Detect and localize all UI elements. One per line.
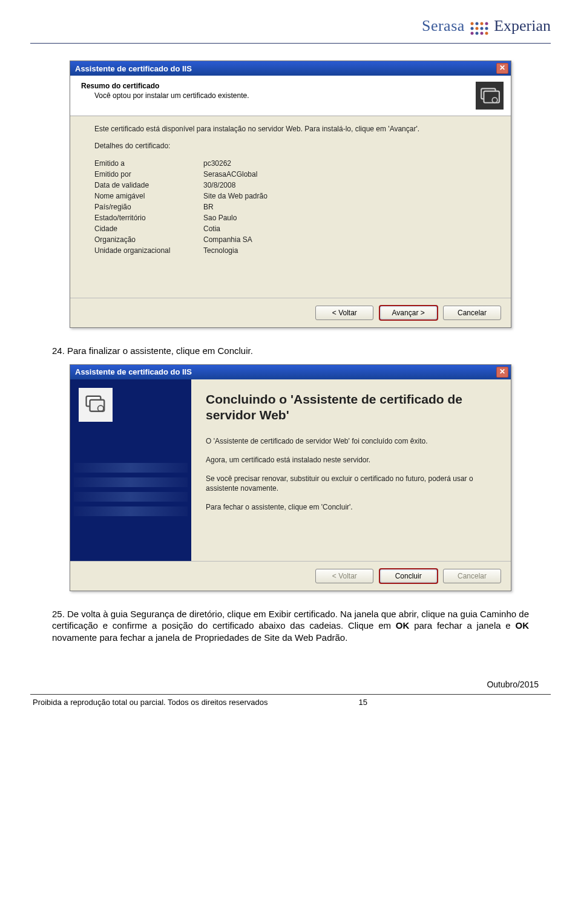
close-icon[interactable]: ✕ <box>496 367 508 378</box>
dialog-title: Assistente de certificado do IIS <box>75 64 192 73</box>
dialog-titlebar: Assistente de certificado do IIS ✕ <box>70 365 511 379</box>
svg-point-4 <box>470 27 473 30</box>
brand-logo: Serasa Experian <box>30 12 551 39</box>
page-number: 15 <box>359 698 367 707</box>
detail-row: OrganizaçãoCompanhia SA <box>94 234 491 245</box>
logo-experian-text: Experian <box>494 17 551 34</box>
next-button[interactable]: Avançar > <box>379 306 438 320</box>
detail-row: País/regiãoBR <box>94 202 491 212</box>
svg-point-10 <box>480 32 483 35</box>
finish-heading: Concluindo o 'Assistente de certificado … <box>206 392 496 424</box>
cancel-button[interactable]: Cancelar <box>443 306 501 320</box>
step-25-text: 25. De volta à guia Segurança de diretór… <box>52 608 529 644</box>
dialog-subtitle: Resumo do certificado <box>77 82 476 90</box>
close-icon[interactable]: ✕ <box>496 63 508 74</box>
detail-row: Estado/territórioSao Paulo <box>94 212 491 223</box>
dialog-body: Concluindo o 'Assistente de certificado … <box>70 379 511 561</box>
svg-point-8 <box>470 32 473 35</box>
dialog-subdesc: Você optou por instalar um certificado e… <box>77 91 476 100</box>
finish-button[interactable]: Concluir <box>379 569 438 583</box>
finish-p4: Para fechar o assistente, clique em 'Con… <box>206 502 496 513</box>
detail-row: Data de validade30/8/2008 <box>94 180 491 191</box>
dialog-sub-header: Resumo do certificado Você optou por ins… <box>70 76 511 116</box>
finish-p3: Se você precisar renovar, substituir ou … <box>206 474 496 494</box>
footer-copyright: Proibida a reprodução total ou parcial. … <box>33 698 268 707</box>
iis-wizard-finish-dialog: Assistente de certificado do IIS ✕ Concl… <box>70 364 511 591</box>
wizard-side-graphic <box>70 379 191 561</box>
svg-point-0 <box>470 22 473 25</box>
footer-divider <box>30 694 551 695</box>
svg-point-6 <box>480 27 483 30</box>
certificate-icon <box>476 82 504 110</box>
logo-serasa-text: Serasa <box>422 17 465 34</box>
dialog-title: Assistente de certificado do IIS <box>75 367 192 376</box>
detail-row: Nome amigávelSite da Web padrão <box>94 191 491 202</box>
svg-point-3 <box>485 22 488 25</box>
certificate-details: Emitido apc30262 Emitido porSerasaACGlob… <box>94 158 491 256</box>
cancel-button: Cancelar <box>443 569 501 583</box>
header-divider <box>30 43 551 44</box>
footer-line: Proibida a reprodução total ou parcial. … <box>30 698 551 707</box>
iis-wizard-summary-dialog: Assistente de certificado do IIS ✕ Resum… <box>70 61 511 328</box>
intro-text: Este certificado está disponível para in… <box>94 125 491 134</box>
detail-row: Emitido porSerasaACGlobal <box>94 169 491 180</box>
certificate-icon <box>79 388 113 422</box>
svg-point-2 <box>480 22 483 25</box>
footer-date: Outubro/2015 <box>30 680 551 689</box>
back-button: < Voltar <box>315 569 373 583</box>
logo-dots-icon <box>468 20 490 37</box>
dialog-footer: < Voltar Avançar > Cancelar <box>70 298 511 327</box>
dialog-titlebar: Assistente de certificado do IIS ✕ <box>70 61 511 76</box>
svg-point-7 <box>485 27 488 30</box>
detail-row: Unidade organizacionalTecnologia <box>94 245 491 256</box>
back-button[interactable]: < Voltar <box>315 306 373 320</box>
dialog-body: Este certificado está disponível para in… <box>70 116 511 298</box>
dialog-footer: < Voltar Concluir Cancelar <box>70 561 511 591</box>
detail-row: CidadeCotia <box>94 223 491 234</box>
svg-point-11 <box>485 32 488 35</box>
detail-row: Emitido apc30262 <box>94 158 491 169</box>
svg-point-5 <box>475 27 478 30</box>
svg-point-9 <box>475 32 478 35</box>
finish-p2: Agora, um certificado está instalado nes… <box>206 455 496 465</box>
svg-point-1 <box>475 22 478 25</box>
finish-p1: O 'Assistente de certificado de servidor… <box>206 436 496 447</box>
details-heading: Detalhes do certificado: <box>94 142 491 151</box>
step-24-text: 24. Para finalizar o assistente, clique … <box>52 345 529 357</box>
dialog-main: Concluindo o 'Assistente de certificado … <box>191 379 511 561</box>
